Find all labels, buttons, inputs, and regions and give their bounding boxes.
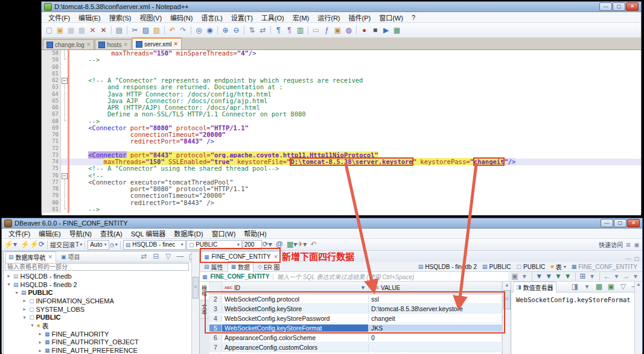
undo-icon[interactable]: ↶ bbox=[167, 25, 177, 36]
resultset-filter-bar[interactable]: ▦ FINE_CONF_ENTITY | 输入一个 SQL 表达式来过滤结果 (… bbox=[200, 272, 508, 282]
dbeaver-menu-item[interactable]: 窗口(W) bbox=[208, 228, 240, 239]
close-all-icon[interactable]: ✕ bbox=[98, 25, 109, 36]
close-icon[interactable]: ✕ bbox=[48, 254, 54, 260]
tree-expander-icon[interactable]: ▸ bbox=[6, 273, 11, 279]
npp-menu-item[interactable]: 宏(M) bbox=[289, 12, 314, 23]
line-number[interactable]: 76 bbox=[42, 172, 61, 179]
record-macro-icon[interactable]: ● bbox=[359, 25, 369, 36]
dbeaver-menu-item[interactable]: 文件(F) bbox=[4, 228, 34, 239]
value-cell[interactable]: 0 bbox=[369, 334, 502, 341]
dbeaver-menu-item[interactable]: 编辑(E) bbox=[34, 228, 65, 239]
line-number[interactable]: 70 bbox=[42, 131, 61, 138]
line-number[interactable]: 71 bbox=[42, 138, 61, 145]
npp-menu-item[interactable]: 视图(V) bbox=[135, 12, 166, 23]
tree-expander-icon[interactable]: ▸ bbox=[37, 340, 43, 345]
line-number[interactable]: 72 bbox=[42, 145, 61, 152]
npp-menu-item[interactable]: 窗口(W) bbox=[375, 12, 407, 23]
value-cell[interactable]: JKS bbox=[369, 324, 502, 332]
zoom-in-icon[interactable]: ⊕ bbox=[220, 25, 231, 36]
value-cell[interactable]: D:\tomcat-8.5.38\server.keystore bbox=[369, 305, 502, 312]
commit-mode-select[interactable]: Auto ▾ bbox=[88, 240, 109, 250]
save-icon[interactable]: ▦ bbox=[66, 25, 76, 36]
doc-monitor-icon[interactable]: ◍ bbox=[343, 25, 354, 36]
dropdown-icon[interactable]: ▾ bbox=[303, 240, 307, 248]
value-viewer-content[interactable]: WebSocketConfig.keyStoreFormat bbox=[511, 292, 642, 303]
line-number[interactable]: 79 bbox=[42, 192, 61, 199]
dropdown-icon[interactable]: ▾ bbox=[631, 271, 640, 282]
npp-menu-item[interactable]: 插件(P) bbox=[345, 12, 375, 23]
view-image-icon[interactable]: ▣ bbox=[606, 282, 616, 292]
scroll-up-icon[interactable]: ▲ bbox=[635, 282, 642, 287]
indent-guide-icon[interactable]: ▥ bbox=[295, 25, 305, 36]
close-icon[interactable]: ✕ bbox=[86, 42, 91, 48]
value-cell[interactable]: ssl bbox=[369, 296, 502, 303]
row-number-cell[interactable]: 6 bbox=[209, 334, 222, 341]
breadcrumb-item[interactable]: ■表▾ bbox=[550, 262, 566, 271]
filter-remove-icon[interactable]: ▼ bbox=[544, 271, 553, 282]
npp-menu-item[interactable]: 搜索(S) bbox=[105, 12, 136, 23]
row-number-cell[interactable]: 2 bbox=[209, 296, 222, 303]
npp-maximize-button[interactable]: ▢ bbox=[613, 2, 625, 11]
dbeaver-menu-item[interactable]: 帮助(H) bbox=[240, 228, 270, 239]
dbeaver-maximize-button[interactable]: ▢ bbox=[614, 219, 626, 227]
pin-panel-icon[interactable]: ◨ bbox=[570, 282, 580, 292]
tree-item-system_lobs[interactable]: ▸▢SYSTEM_LOBS bbox=[5, 305, 191, 314]
connect-icon[interactable]: ⚡ bbox=[21, 240, 30, 248]
line-number[interactable]: 60 bbox=[42, 64, 61, 71]
presentation-tab-grid[interactable]: 栅格 bbox=[200, 282, 209, 300]
tree-expander-icon[interactable]: ▸ bbox=[22, 306, 27, 312]
value-viewer-scrollbar[interactable]: ▲ bbox=[634, 282, 642, 354]
breadcrumb-item[interactable]: ▦FINE_CONF_ENTITY bbox=[572, 264, 637, 270]
table-row[interactable]: 7AppearanceConfig.customColors bbox=[209, 343, 502, 352]
npp-menu-item[interactable]: 语言(L) bbox=[197, 12, 226, 23]
id-cell[interactable]: WebSocketConfig.keyStore bbox=[222, 305, 369, 312]
maximize-results-icon[interactable]: ▣ bbox=[511, 271, 519, 282]
tree-item-hsqldb-finedb[interactable]: ▸▤HSQLDB - finedb bbox=[5, 272, 191, 280]
row-number-cell[interactable]: 3 bbox=[209, 305, 222, 312]
dbeaver-menu-item[interactable]: 查找(A) bbox=[96, 228, 127, 239]
line-number[interactable]: 78 bbox=[42, 186, 61, 192]
cut-icon[interactable]: ✂ bbox=[130, 25, 140, 36]
npp-menu-item[interactable]: ? bbox=[407, 13, 419, 22]
save-all-icon[interactable]: ▩ bbox=[77, 25, 87, 36]
scrollbar-thumb[interactable]: ≡ bbox=[503, 290, 511, 309]
next-icon[interactable]: → bbox=[622, 271, 630, 282]
dbeaver-menu-item[interactable]: 导航(N) bbox=[65, 228, 96, 239]
npp-editor[interactable]: 58│ maxThreads="150" minSpareThreads="4"… bbox=[42, 50, 641, 215]
tree-expander-icon[interactable]: ▾ bbox=[6, 282, 11, 287]
table-row[interactable]: 2WebSocketConfig.protocolssl bbox=[209, 294, 502, 304]
line-number[interactable]: 67 bbox=[42, 111, 61, 118]
dbeaver-menu-item[interactable]: SQL 编辑器 bbox=[127, 228, 170, 239]
tree-item-fine_authority_object[interactable]: ▸▦FINE_AUTHORITY_OBJECT bbox=[5, 338, 191, 347]
function-list-icon[interactable]: ƒ bbox=[322, 25, 332, 36]
disconnect-icon[interactable]: ⚡ bbox=[30, 240, 39, 248]
fold-collapse-icon[interactable]: − bbox=[62, 173, 68, 179]
line-number[interactable]: 75 bbox=[42, 165, 61, 172]
collapse-all-icon[interactable]: ⊟ bbox=[151, 251, 161, 262]
breadcrumb-item[interactable]: ▤HSQLDB - finedb 2 bbox=[418, 264, 477, 270]
table-row[interactable]: 6AppearanceConfig.colorScheme0 bbox=[209, 333, 502, 343]
id-cell[interactable]: AppearanceConfig.colorScheme bbox=[222, 334, 369, 341]
table-row[interactable]: 4WebSocketConfig.keyStorePasswordchangei… bbox=[209, 314, 502, 323]
find-icon[interactable]: ◎ bbox=[194, 25, 204, 36]
value-cell[interactable]: changeit bbox=[369, 315, 502, 322]
perspective-icon[interactable]: ⊞ bbox=[625, 242, 631, 248]
timer-icon[interactable]: ◷ bbox=[110, 242, 115, 248]
breadcrumb-item[interactable]: ▢PUBLIC bbox=[517, 264, 546, 270]
line-number[interactable]: 74 bbox=[42, 159, 61, 165]
chevron-down-icon[interactable]: ▾ bbox=[564, 264, 566, 270]
line-number[interactable]: 62 bbox=[42, 77, 61, 84]
npp-tab-server-xml[interactable]: server.xml✕ bbox=[132, 37, 182, 49]
maximize-editor-icon[interactable]: ▢ bbox=[633, 256, 640, 262]
driver-icon[interactable]: ▦ bbox=[287, 240, 293, 248]
dropdown-icon[interactable]: ▾ bbox=[588, 271, 596, 282]
presentation-tab-text[interactable]: 文本 bbox=[200, 300, 209, 319]
tab-fine-conf-entity[interactable]: ▦ FINE_CONF_ENTITY ✕ bbox=[200, 251, 283, 262]
id-cell[interactable]: WebSocketConfig.keyStoreFormat bbox=[222, 324, 369, 332]
filter-revert-icon[interactable]: ▼ bbox=[564, 271, 572, 282]
row-number-cell[interactable]: 7 bbox=[209, 344, 222, 351]
previous-icon[interactable]: ← bbox=[603, 271, 611, 282]
column-header-id[interactable]: ABC ID ▼ bbox=[222, 282, 369, 294]
line-number[interactable]: 73 bbox=[42, 152, 61, 159]
dropdown-icon[interactable]: ▾ bbox=[520, 271, 529, 282]
